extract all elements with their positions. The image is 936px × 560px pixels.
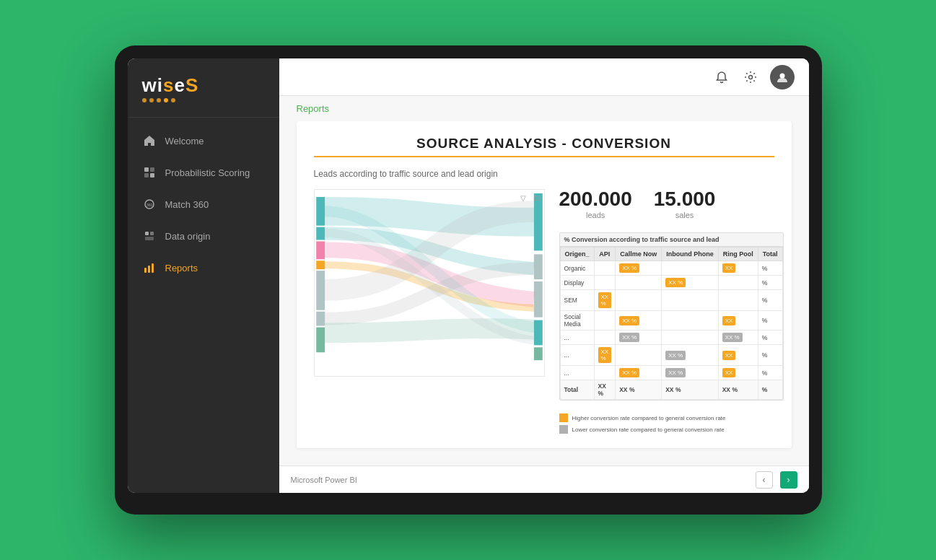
breadcrumb: Reports xyxy=(279,96,809,121)
powerbi-label: Microsoft Power BI xyxy=(291,476,357,484)
sidebar-item-data-origin[interactable]: Data origin xyxy=(128,220,279,252)
notification-icon[interactable] xyxy=(712,68,731,87)
svg-rect-9 xyxy=(144,268,146,273)
logo-text: wiseS xyxy=(142,74,199,97)
svg-rect-24 xyxy=(533,320,542,346)
svg-rect-6 xyxy=(145,232,149,235)
cell-sem-callme xyxy=(616,290,662,311)
sankey-chart: ▽ ⊡ xyxy=(314,189,545,377)
svg-rect-18 xyxy=(316,271,325,310)
table-title: % Conversion according to traffic source… xyxy=(560,233,783,247)
cell-total-api: XX % xyxy=(594,380,616,400)
cell-total-total: % xyxy=(758,380,782,400)
laptop-frame: wiseS Welcome xyxy=(115,45,822,515)
kpi-row: 200.000 leads 15.000 sales xyxy=(559,189,784,219)
cell-total-inbound: XX % xyxy=(662,380,719,400)
cell-display-api xyxy=(594,276,616,290)
sidebar-item-match360[interactable]: 360 Match 360 xyxy=(128,188,279,220)
col-callme: Callme Now xyxy=(616,248,662,261)
cell-dot2-total: % xyxy=(758,345,782,366)
cell-dot1-total: % xyxy=(758,331,782,345)
kpi-sales-label: sales xyxy=(654,211,716,219)
home-icon xyxy=(142,134,157,148)
svg-rect-7 xyxy=(150,232,154,235)
svg-rect-10 xyxy=(148,266,150,273)
cell-social-inbound xyxy=(662,311,719,331)
expand-icon[interactable]: ⊡ xyxy=(531,193,541,203)
cell-organic-callme: XX % xyxy=(616,261,662,276)
sidebar-item-welcome[interactable]: Welcome xyxy=(128,125,279,157)
filter-icon[interactable]: ▽ xyxy=(518,193,528,203)
svg-rect-19 xyxy=(316,312,325,326)
svg-rect-1 xyxy=(150,167,154,172)
logo-dot-5 xyxy=(171,98,175,102)
svg-rect-15 xyxy=(316,227,325,240)
legend-item-orange: Higher conversion rate compared to gener… xyxy=(559,414,784,422)
svg-rect-17 xyxy=(316,261,325,269)
sidebar-item-reports[interactable]: Reports xyxy=(128,252,279,284)
cell-social-total: % xyxy=(758,311,782,331)
legend-label-orange: Higher conversion rate compared to gener… xyxy=(572,415,726,421)
report-subtitle: Leads according to traffic source and le… xyxy=(314,169,774,179)
nav-next-button[interactable]: › xyxy=(780,471,797,489)
cell-organic-total: % xyxy=(758,261,782,276)
settings-icon[interactable] xyxy=(741,68,760,87)
col-ring: Ring Pool xyxy=(718,248,758,261)
cell-dot3-total: % xyxy=(758,366,782,380)
sidebar-item-reports-label: Reports xyxy=(165,263,198,274)
cell-dot3-api xyxy=(594,366,616,380)
kpi-leads: 200.000 leads xyxy=(559,189,632,219)
source-display: Display xyxy=(560,276,594,290)
legend-item-gray: Lower conversion rate compared to genera… xyxy=(559,425,784,434)
source-organic: Organic xyxy=(560,261,594,276)
source-total: Total xyxy=(560,380,594,400)
cell-dot2-inbound: XX % xyxy=(662,345,719,366)
svg-rect-20 xyxy=(316,328,325,353)
logo-dot-1 xyxy=(142,98,146,102)
col-total: Total xyxy=(758,248,782,261)
app-screen: wiseS Welcome xyxy=(128,58,809,493)
table-row: ... XX % XX % XX % xyxy=(560,366,782,380)
nav-prev-button[interactable]: ‹ xyxy=(756,471,773,489)
360-icon: 360 xyxy=(142,197,157,211)
cell-social-ring: XX xyxy=(718,311,758,331)
svg-rect-25 xyxy=(533,347,542,360)
table-header-row: Origen_ API Callme Now Inbound Phone Rin… xyxy=(560,248,782,261)
svg-point-13 xyxy=(779,73,784,78)
sidebar-item-probabilistic-label: Probabilistic Scoring xyxy=(165,167,250,178)
cell-sem-api: XX % xyxy=(594,290,616,311)
cell-dot2-callme xyxy=(616,345,662,366)
report-card: SOURCE ANALYSIS - CONVERSION Leads accor… xyxy=(297,121,792,448)
cell-dot3-ring: XX xyxy=(718,366,758,380)
col-api: API xyxy=(594,248,616,261)
table-row: ... XX % XX % % xyxy=(560,331,782,345)
sidebar-item-welcome-label: Welcome xyxy=(165,136,204,146)
table-row: ... XX % XX % XX % xyxy=(560,345,782,366)
table-row: SEM XX % % xyxy=(560,290,782,311)
col-origin: Origen_ xyxy=(560,248,594,261)
logo-dots xyxy=(142,98,265,102)
cell-sem-ring xyxy=(718,290,758,311)
cell-total-callme: XX % xyxy=(616,380,662,400)
avatar[interactable] xyxy=(770,65,795,89)
kpi-sales: 15.000 sales xyxy=(654,189,716,219)
svg-rect-2 xyxy=(144,173,149,178)
logo-area: wiseS xyxy=(128,58,279,118)
table-row: Display XX % % xyxy=(560,276,782,290)
legend-area: Higher conversion rate compared to gener… xyxy=(559,414,784,434)
cell-dot3-inbound: XX % xyxy=(662,366,719,380)
cell-dot1-callme: XX % xyxy=(616,331,662,345)
powerbi-footer: Microsoft Power BI ‹ › xyxy=(279,465,809,493)
cell-social-api xyxy=(594,311,616,331)
cell-dot1-ring: XX % xyxy=(718,331,758,345)
powerbi-nav: ‹ › xyxy=(756,471,797,489)
sidebar-item-match360-label: Match 360 xyxy=(165,199,209,210)
sidebar-item-probabilistic[interactable]: Probabilistic Scoring xyxy=(128,157,279,188)
sidebar: wiseS Welcome xyxy=(128,58,279,493)
svg-rect-14 xyxy=(316,197,325,226)
svg-rect-23 xyxy=(533,281,542,318)
legend-box-orange xyxy=(559,414,568,422)
table-row: Social Media XX % XX % xyxy=(560,311,782,331)
scoring-icon xyxy=(142,165,157,180)
report-body: ▽ ⊡ xyxy=(314,189,774,434)
